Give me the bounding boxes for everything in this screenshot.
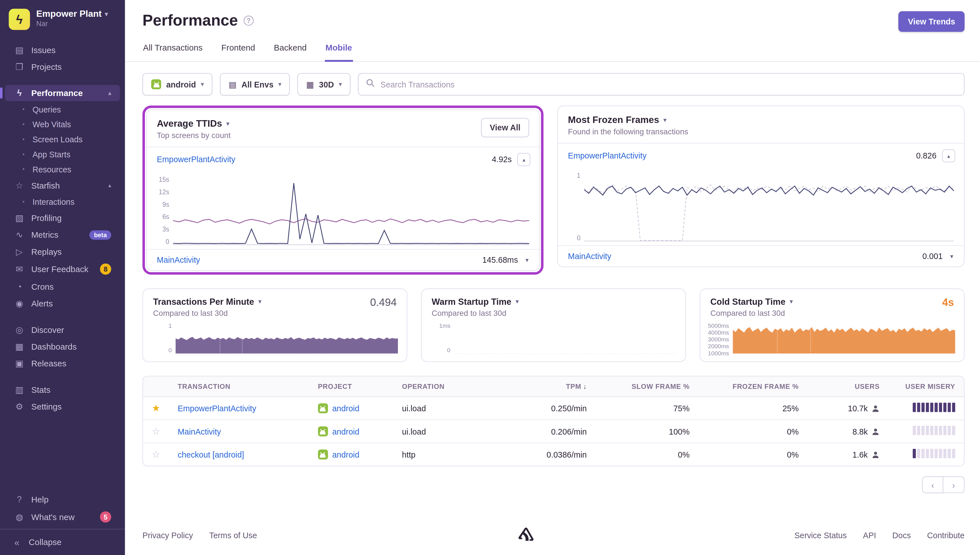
- footer-link-terms-of-use[interactable]: Terms of Use: [209, 531, 257, 540]
- org-switcher[interactable]: ϟ Empower Plant ▾ Nar: [0, 0, 125, 37]
- project-link[interactable]: android: [318, 426, 359, 436]
- tab-mobile[interactable]: Mobile: [325, 42, 353, 62]
- tab-backend[interactable]: Backend: [273, 42, 307, 62]
- sidebar-item-settings[interactable]: ⚙Settings: [5, 398, 120, 414]
- environment-select[interactable]: ▤ All Envs ▾: [220, 73, 290, 95]
- sidebar-item-help[interactable]: ?Help: [5, 491, 120, 508]
- column-header-operation[interactable]: OPERATION: [394, 376, 496, 396]
- y-tick-label: 5000ms: [708, 322, 729, 329]
- column-header-transaction[interactable]: TRANSACTION: [169, 376, 309, 396]
- footer-link-privacy-policy[interactable]: Privacy Policy: [142, 531, 193, 540]
- y-tick-label: 1000ms: [708, 350, 729, 357]
- tab-all-transactions[interactable]: All Transactions: [142, 42, 203, 62]
- starfish-icon: ☆: [14, 180, 25, 190]
- column-header-tpm[interactable]: TPM↓: [496, 376, 596, 396]
- transaction-link[interactable]: EmpowerPlantActivity: [178, 404, 256, 413]
- next-page-button[interactable]: ›: [943, 476, 965, 493]
- average-ttids-title[interactable]: Average TTIDs ▾: [157, 118, 231, 128]
- footer-link-service-status[interactable]: Service Status: [794, 531, 847, 540]
- sidebar-item-performance[interactable]: ϟPerformance▴: [5, 85, 120, 101]
- sidebar-item-app-starts[interactable]: •App Starts: [5, 147, 120, 162]
- footer-links-right: Service StatusAPIDocsContribute: [794, 531, 965, 540]
- star-icon[interactable]: ☆: [152, 426, 160, 436]
- sidebar-item-metrics[interactable]: ∿Metricsbeta: [5, 227, 120, 243]
- sidebar-item-replays[interactable]: ▷Replays: [5, 244, 120, 260]
- sidebar-item-profiling[interactable]: ▧Profiling: [5, 210, 120, 226]
- table-header-row: TRANSACTIONPROJECTOPERATIONTPM↓SLOW FRAM…: [143, 376, 964, 396]
- slow-frame-cell: 100%: [596, 420, 698, 443]
- footer-link-docs[interactable]: Docs: [892, 531, 911, 540]
- view-all-button[interactable]: View All: [481, 118, 530, 137]
- transaction-link[interactable]: checkout [android]: [178, 450, 244, 459]
- star-icon[interactable]: ☆: [152, 449, 160, 459]
- search-input[interactable]: [381, 80, 957, 89]
- transaction-link[interactable]: MainActivity: [568, 252, 611, 261]
- previous-page-button[interactable]: ‹: [922, 476, 943, 493]
- app-root: ϟ Empower Plant ▾ Nar ▤Issues❐ProjectsϟP…: [0, 0, 980, 555]
- sidebar-item-starfish[interactable]: ☆Starfish▴: [5, 177, 120, 193]
- column-header-project[interactable]: PROJECT: [309, 376, 394, 396]
- sidebar-item-discover[interactable]: ◎Discover: [5, 321, 120, 338]
- project-select[interactable]: android ▾: [142, 73, 213, 95]
- date-range-select[interactable]: ▦ 30D ▾: [297, 73, 350, 95]
- transaction-link[interactable]: EmpowerPlantActivity: [568, 151, 646, 160]
- tpm-cell: 0.206/min: [496, 420, 596, 443]
- tpm-cell: 0.0386/min: [496, 443, 596, 465]
- view-trends-button[interactable]: View Trends: [899, 11, 965, 32]
- y-tick-label: 3s: [162, 225, 169, 233]
- sidebar-item-queries[interactable]: •Queries: [5, 102, 120, 117]
- project-link[interactable]: android: [318, 403, 359, 413]
- average-ttids-subtitle: Top screens by count: [157, 131, 231, 140]
- sidebar-item-issues[interactable]: ▤Issues: [5, 42, 120, 58]
- sidebar-item-screen-loads[interactable]: •Screen Loads: [5, 132, 120, 147]
- sidebar-item-what-s-new[interactable]: ◍What's new5: [5, 508, 120, 526]
- footer-link-api[interactable]: API: [863, 531, 876, 540]
- sidebar-item-releases[interactable]: ▣Releases: [5, 355, 120, 372]
- tpm-title[interactable]: Transactions Per Minute ▾: [153, 297, 262, 306]
- sidebar-item-user-feedback[interactable]: ✉User Feedback8: [5, 260, 120, 278]
- star-icon[interactable]: ★: [152, 403, 160, 413]
- sidebar-item-dashboards[interactable]: ▦Dashboards: [5, 338, 120, 354]
- bullet-icon: •: [22, 121, 26, 127]
- sidebar-item-alerts[interactable]: ◉Alerts: [5, 295, 120, 311]
- sidebar-section: ◎Discover▦Dashboards▣Releases: [0, 321, 125, 372]
- sidebar-item-interactions[interactable]: •Interactions: [5, 194, 120, 209]
- column-header-frozen-frame[interactable]: FROZEN FRAME %: [698, 376, 808, 396]
- frozen-frame-cell: 0%: [698, 443, 808, 465]
- expand-series-button[interactable]: ▾: [524, 257, 530, 263]
- panel-title-text: Transactions Per Minute: [153, 297, 254, 306]
- column-header-slow-frame[interactable]: SLOW FRAME %: [596, 376, 698, 396]
- operation-cell: ui.load: [394, 397, 496, 420]
- sidebar-item-web-vitals[interactable]: •Web Vitals: [5, 117, 120, 132]
- expand-series-button[interactable]: ▾: [948, 253, 955, 260]
- sidebar-item-label: Interactions: [32, 197, 111, 206]
- cold-startup-title[interactable]: Cold Startup Time ▾: [710, 297, 793, 306]
- warm-startup-title[interactable]: Warm Startup Time ▾: [432, 297, 519, 306]
- collapse-series-button[interactable]: ▴: [517, 153, 530, 166]
- transaction-link[interactable]: MainActivity: [178, 427, 221, 436]
- sidebar-collapse-button[interactable]: « Collapse: [0, 529, 125, 555]
- sidebar-item-stats[interactable]: ▥Stats: [5, 382, 120, 398]
- profiling-icon: ▧: [14, 213, 25, 223]
- help-icon[interactable]: ?: [244, 15, 254, 25]
- bullet-icon: •: [22, 136, 26, 142]
- chevron-up-icon[interactable]: ▴: [108, 182, 111, 189]
- sort-descending-icon[interactable]: ↓: [583, 383, 587, 390]
- sidebar-item-resources[interactable]: •Resources: [5, 162, 120, 176]
- column-header-user-misery[interactable]: USER MISERY: [888, 376, 964, 396]
- sidebar-item-projects[interactable]: ❐Projects: [5, 59, 120, 75]
- bullet-icon: •: [22, 166, 26, 172]
- sidebar-item-label: User Feedback: [31, 265, 94, 274]
- y-axis-labels: 10: [563, 172, 584, 241]
- transaction-link[interactable]: MainActivity: [157, 255, 200, 265]
- android-project-icon: [151, 79, 161, 89]
- collapse-series-button[interactable]: ▴: [942, 149, 955, 162]
- chevron-up-icon[interactable]: ▴: [108, 90, 111, 96]
- transaction-link[interactable]: EmpowerPlantActivity: [157, 155, 235, 164]
- column-header-users[interactable]: USERS: [808, 376, 888, 396]
- tab-frontend[interactable]: Frontend: [221, 42, 256, 62]
- project-link[interactable]: android: [318, 450, 359, 460]
- most-frozen-frames-title[interactable]: Most Frozen Frames ▾: [568, 114, 688, 125]
- sidebar-item-crons[interactable]: ◔Crons: [5, 278, 120, 295]
- footer-link-contribute[interactable]: Contribute: [927, 531, 965, 540]
